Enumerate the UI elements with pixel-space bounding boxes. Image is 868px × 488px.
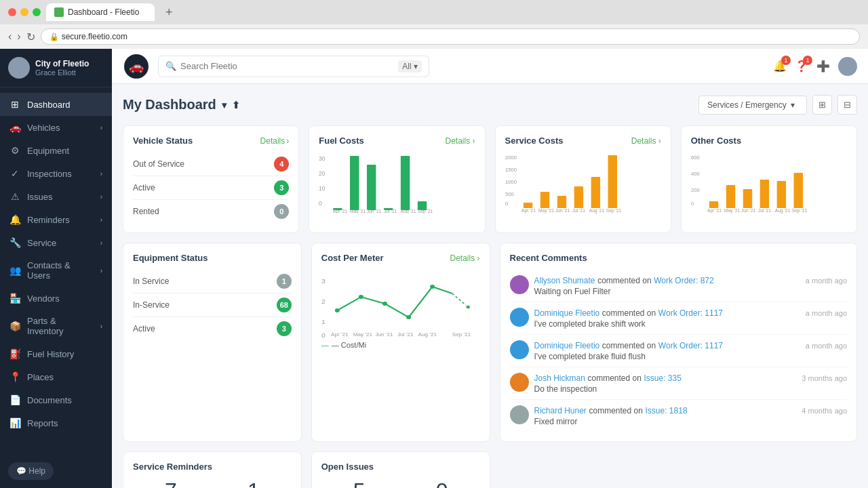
comment-item-5: Richard Huner commented on Issue: 1818 4…	[510, 400, 848, 432]
sidebar-item-label: Dashboard	[27, 100, 102, 110]
close-dot[interactable]	[8, 8, 16, 16]
refresh-button[interactable]: ↻	[26, 30, 35, 43]
documents-icon: 📄	[9, 394, 20, 405]
status-row-active: Active 3	[133, 176, 289, 200]
comment-author-5: Richard Huner commented on Issue: 1818	[534, 405, 688, 415]
sidebar-item-reports[interactable]: 📊 Reports	[0, 411, 112, 434]
svg-rect-24	[540, 192, 549, 208]
sidebar-item-label: Reminders	[27, 215, 94, 225]
svg-text:0: 0	[691, 201, 694, 207]
issues-overdue: 0 Overdue	[404, 479, 480, 488]
cost-per-meter-details[interactable]: Details ›	[450, 253, 479, 263]
sidebar-item-service[interactable]: 🔧 Service ›	[0, 231, 112, 254]
sidebar-item-places[interactable]: 📍 Places	[0, 365, 112, 388]
svg-text:May '21: May '21	[538, 208, 553, 214]
sidebar: City of Fleetio Grace Elliott ⊞ Dashboar…	[0, 49, 112, 488]
filter-dropdown[interactable]: Services / Emergency ▾	[698, 96, 807, 115]
dashboard-dropdown-icon[interactable]: ▾	[222, 100, 226, 110]
svg-rect-44	[793, 173, 802, 208]
svg-point-60	[465, 305, 470, 309]
fuel-costs-chart: 30 20 10 0 Apr '21	[319, 152, 475, 214]
sidebar-logo: City of Fleetio Grace Elliott	[0, 49, 112, 87]
sidebar-item-reminders[interactable]: 🔔 Reminders ›	[0, 208, 112, 231]
search-all-dropdown[interactable]: All ▾	[398, 60, 422, 73]
active-tab[interactable]: Dashboard - Fleetio	[46, 3, 155, 21]
sidebar-item-vehicles[interactable]: 🚗 Vehicles ›	[0, 116, 112, 139]
user-avatar[interactable]	[838, 57, 857, 76]
chevron-icon: ›	[100, 193, 102, 201]
dashboard-icon: ⊞	[9, 99, 20, 110]
legend-line-icon: —	[321, 341, 329, 349]
vehicle-status-header: Vehicle Status Details ›	[133, 136, 289, 146]
comment-avatar-3	[510, 340, 529, 359]
cost-per-meter-card: Cost Per Meter Details › 3 2 1 0	[311, 243, 490, 442]
sidebar-item-equipment[interactable]: ⚙ Equipment	[0, 139, 112, 162]
minimize-dot[interactable]	[20, 8, 28, 16]
sidebar-item-vendors[interactable]: 🏪 Vendors	[0, 287, 112, 310]
url-bar[interactable]: 🔒 secure.fleetio.com	[41, 28, 860, 45]
row3-spacer	[500, 451, 858, 488]
sidebar-item-issues[interactable]: ⚠ Issues ›	[0, 185, 112, 208]
search-input[interactable]	[180, 61, 394, 71]
help-icon[interactable]: ❓ 1	[795, 60, 808, 73]
comments-list: Allyson Shumate commented on Work Order:…	[510, 270, 848, 432]
comment-text-2: I've completed brake shift work	[534, 319, 848, 329]
sidebar-item-documents[interactable]: 📄 Documents	[0, 388, 112, 411]
dashboard-row-1: Vehicle Status Details › Out of Service …	[123, 125, 857, 233]
sidebar-item-inspections[interactable]: ✓ Inspections ›	[0, 162, 112, 185]
svg-text:0: 0	[319, 200, 322, 207]
status-label-rented: Rented	[133, 207, 159, 216]
contacts-icon: 👥	[9, 265, 20, 276]
comment-author-1: Allyson Shumate commented on Work Order:…	[534, 275, 714, 285]
new-tab-button[interactable]: +	[160, 5, 178, 20]
sidebar-item-dashboard[interactable]: ⊞ Dashboard	[0, 93, 112, 116]
svg-text:Jun '21: Jun '21	[555, 208, 570, 213]
svg-text:3: 3	[321, 278, 326, 285]
svg-text:1500: 1500	[505, 167, 517, 173]
equip-status-label-3: Active	[133, 324, 155, 333]
sidebar-item-fuel[interactable]: ⛽ Fuel History	[0, 342, 112, 365]
comment-text-3: I've completed brake fluid flush	[534, 352, 848, 361]
fuel-costs-details[interactable]: Details ›	[445, 136, 475, 146]
sidebar-item-contacts[interactable]: 👥 Contacts & Users ›	[0, 254, 112, 287]
service-costs-details[interactable]: Details ›	[631, 136, 661, 146]
org-avatar	[8, 57, 30, 79]
svg-text:May '21: May '21	[350, 209, 366, 214]
vehicle-status-details[interactable]: Details ›	[260, 136, 290, 146]
vehicles-due-soon: 1 Vehicles Due Soon	[216, 479, 292, 488]
svg-text:Jun '21: Jun '21	[367, 209, 382, 214]
service-reminders-header: Service Reminders	[133, 462, 292, 472]
svg-text:May '21: May '21	[724, 208, 740, 214]
service-costs-header: Service Costs Details ›	[505, 136, 661, 146]
sidebar-item-label: Parts & Inventory	[27, 316, 94, 336]
svg-text:Aug '21: Aug '21	[401, 209, 416, 214]
cost-per-meter-legend: — — Cost/Mi	[321, 341, 480, 349]
svg-text:Jun '21: Jun '21	[741, 208, 756, 213]
sidebar-item-label: Documents	[27, 395, 102, 405]
add-button[interactable]: ➕	[816, 60, 830, 73]
equipment-status-card: Equipment Status In Service 1 In-Service…	[123, 243, 302, 442]
equip-status-active: Active 3	[133, 317, 292, 340]
list-view-button[interactable]: ⊟	[837, 95, 857, 115]
app: City of Fleetio Grace Elliott ⊞ Dashboar…	[0, 49, 868, 488]
help-button[interactable]: 💬 Help	[8, 462, 54, 480]
open-issues-title: Open Issues	[321, 462, 374, 472]
sidebar-item-parts[interactable]: 📦 Parts & Inventory ›	[0, 310, 112, 342]
recent-comments-header: Recent Comments	[510, 253, 848, 263]
comment-item-1: Allyson Shumate commented on Work Order:…	[510, 270, 848, 302]
service-reminders-metrics: 7 Vehicles Overdue 1 Vehicles Due Soon	[133, 479, 292, 488]
grid-view-button[interactable]: ⊞	[812, 95, 832, 115]
recent-comments-title: Recent Comments	[510, 253, 587, 263]
comment-avatar-4	[510, 373, 529, 392]
vehicles-due-value: 1	[216, 479, 292, 488]
comment-text-5: Fixed mirror	[534, 417, 848, 426]
legend-label: — Cost/Mi	[332, 341, 366, 349]
maximize-dot[interactable]	[33, 8, 41, 16]
notifications-button[interactable]: 🔔 1	[773, 60, 787, 73]
dashboard-share-icon[interactable]: ⬆	[232, 100, 240, 110]
svg-text:Apr '21: Apr '21	[333, 209, 347, 214]
forward-button[interactable]: ›	[17, 30, 20, 43]
fuel-costs-header: Fuel Costs Details ›	[319, 136, 475, 146]
cost-per-meter-header: Cost Per Meter Details ›	[321, 253, 480, 263]
back-button[interactable]: ‹	[8, 30, 12, 43]
